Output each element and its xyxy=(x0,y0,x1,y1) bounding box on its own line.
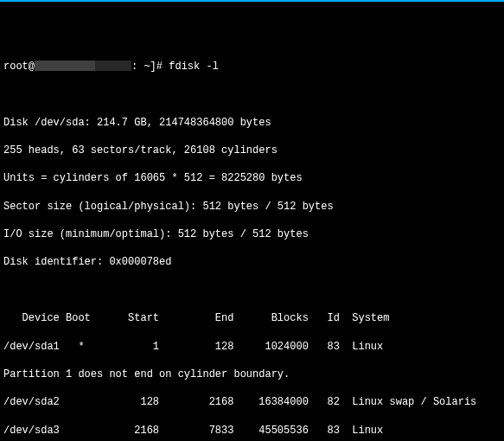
fdisk-heads: 255 heads, 63 sectors/track, 26108 cylin… xyxy=(3,144,501,157)
partition-header: Device Boot Start End Blocks Id System xyxy=(3,311,501,325)
fdisk-io: I/O size (minimum/optimal): 512 bytes / … xyxy=(3,227,501,241)
prompt-tail: : ~]# xyxy=(131,61,169,73)
fdisk-units: Units = cylinders of 16065 * 512 = 82252… xyxy=(3,171,501,185)
blank-line xyxy=(3,87,501,101)
partition-row: /dev/sda2 128 2168 16384000 82 Linux swa… xyxy=(3,395,501,409)
redacted-host xyxy=(95,61,131,71)
fdisk-ident: Disk identifier: 0x000078ed xyxy=(3,255,501,269)
partition-note: Partition 1 does not end on cylinder bou… xyxy=(3,368,501,381)
command-text: fdisk -l xyxy=(169,61,219,73)
fdisk-sector: Sector size (logical/physical): 512 byte… xyxy=(3,200,501,214)
redacted-host xyxy=(35,61,95,71)
prompt-line[interactable]: root@: ~]# fdisk -l xyxy=(3,60,501,74)
fdisk-disk: Disk /dev/sda: 214.7 GB, 214748364800 by… xyxy=(3,116,501,130)
blank-line xyxy=(3,284,501,297)
prompt-prefix: root@ xyxy=(3,61,35,73)
partition-row: /dev/sda3 2168 7833 45505536 83 Linux xyxy=(3,424,501,438)
partition-row: /dev/sda1 * 1 128 1024000 83 Linux xyxy=(3,340,501,354)
